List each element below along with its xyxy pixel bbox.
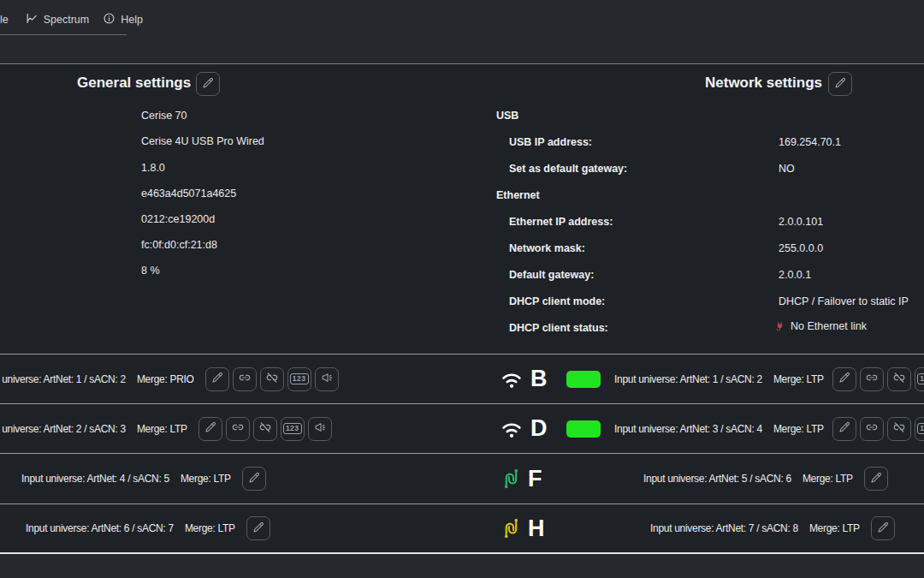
horn-button[interactable] [315, 367, 339, 391]
setting-label: USB IP address: [509, 136, 592, 148]
universe-row-f: Input universe: ArtNet: 4 / sACN: 5 Merg… [0, 453, 924, 504]
network-settings-title: Network settings [705, 74, 822, 92]
universe-left-cell: Input universe: ArtNet: 1 / sACN: 2 Merg… [0, 367, 339, 391]
edit-universe-button[interactable] [198, 417, 222, 441]
numbers-123-icon: 123 [917, 373, 924, 384]
merge-text: Merge: LTP [181, 473, 231, 485]
universe-button-group: 123 [198, 417, 332, 441]
general-value-percent: 8 % [141, 265, 160, 277]
general-settings-title: General settings [77, 74, 191, 92]
unlink-button[interactable] [260, 367, 284, 391]
link-off-icon [892, 371, 906, 387]
pencil-icon [869, 471, 883, 487]
universe-text: Input universe: ArtNet: 1 / sACN: 2 [614, 373, 762, 385]
setting-label: Ethernet IP address: [509, 216, 613, 228]
setting-label: Default gateway: [509, 269, 594, 281]
universe-row-h: Input universe: ArtNet: 6 / sACN: 7 Merg… [0, 504, 924, 552]
horn-icon [320, 371, 334, 387]
universe-button-group [864, 467, 888, 491]
universe-text: Input universe: ArtNet: 1 / sACN: 2 [0, 373, 126, 385]
pencil-icon [876, 521, 890, 537]
universe-row-b: Input universe: ArtNet: 1 / sACN: 2 Merg… [0, 354, 924, 403]
edit-universe-button[interactable] [242, 467, 266, 491]
universe-button-group: 123 [205, 367, 339, 391]
patch-cable-icon [500, 518, 522, 539]
port-status-cell: F [500, 468, 542, 491]
setting-value: DHCP / Failover to static IP [779, 295, 909, 307]
link-off-icon [258, 420, 272, 437]
edit-universe-button[interactable] [871, 516, 895, 540]
menu-item-label: Help [121, 14, 143, 26]
menu-underline [0, 34, 127, 35]
setting-value: 169.254.70.1 [779, 136, 841, 148]
menu-item-partial[interactable]: le [0, 14, 9, 26]
top-bar: le Spectrum Help [0, 0, 924, 64]
pencil-icon [252, 521, 265, 537]
port-letter: D [530, 417, 548, 440]
link-button[interactable] [233, 367, 257, 391]
numbers-button[interactable]: 123 [281, 417, 305, 441]
edit-universe-button[interactable] [246, 516, 270, 540]
pencil-icon [201, 76, 215, 92]
universe-left-cell: Input universe: ArtNet: 2 / sACN: 3 Merg… [0, 417, 332, 441]
setting-label: Network mask: [509, 242, 585, 254]
general-value-mac-address: fc:0f:d0:cf:21:d8 [141, 239, 217, 251]
numbers-button[interactable]: 123 [287, 367, 311, 391]
menu-item-label: le [0, 14, 9, 26]
port-letter: F [528, 468, 542, 491]
universe-row-d: Input universe: ArtNet: 2 / sACN: 3 Merg… [0, 403, 924, 453]
pencil-icon [838, 371, 851, 387]
universe-text: Input universe: ArtNet: 7 / sACN: 8 [650, 522, 798, 534]
pencil-icon [838, 420, 851, 437]
universe-right-cell: Input universe: ArtNet: 5 / sACN: 6 Merg… [643, 467, 888, 491]
menu-item-help[interactable]: Help [103, 12, 143, 27]
edit-network-settings-button[interactable] [828, 72, 852, 96]
numbers-123-icon: 123 [290, 373, 309, 384]
unlink-button[interactable] [887, 367, 911, 391]
menu-item-label: Spectrum [44, 14, 90, 26]
numbers-123-icon: 123 [283, 423, 302, 434]
top-menu: le Spectrum Help [0, 10, 143, 29]
edit-universe-button[interactable] [205, 367, 229, 391]
general-value-serial: e463a4d5071a4625 [141, 188, 236, 200]
setting-label: DHCP client mode: [509, 295, 605, 307]
unlink-button[interactable] [887, 417, 911, 441]
link-button[interactable] [860, 417, 884, 441]
setting-value: 2.0.0.101 [779, 216, 823, 228]
horn-button[interactable] [308, 417, 332, 441]
signal-indicator [566, 420, 601, 438]
edit-general-settings-button[interactable] [196, 72, 220, 96]
merge-text: Merge: LTP [137, 423, 187, 435]
menu-item-spectrum[interactable]: Spectrum [26, 12, 90, 27]
link-button[interactable] [860, 367, 884, 391]
patch-cable-icon [500, 468, 522, 490]
pencil-icon [210, 371, 224, 387]
link-icon [231, 420, 245, 437]
general-value-id: 0212:ce19200d [141, 213, 215, 225]
footer-bar [0, 554, 924, 578]
universe-text: Input universe: ArtNet: 3 / sACN: 4 [614, 423, 762, 435]
general-value-device-name: Cerise 70 [141, 110, 187, 122]
horn-icon [313, 420, 327, 437]
merge-text: Merge: LTP [809, 522, 860, 534]
group-header-ethernet: Ethernet [496, 189, 540, 201]
merge-text: Merge: LTP [773, 373, 824, 385]
numbers-button[interactable]: 123 [915, 367, 924, 391]
link-button[interactable] [226, 417, 250, 441]
edit-universe-button[interactable] [832, 367, 856, 391]
link-icon [238, 371, 252, 387]
info-icon [103, 12, 116, 27]
universe-right-cell: Input universe: ArtNet: 1 / sACN: 2 Merg… [614, 373, 824, 385]
pencil-icon [833, 76, 847, 92]
universe-button-group: 123 [832, 367, 924, 391]
edit-universe-button[interactable] [832, 417, 856, 441]
setting-label: Set as default gateway: [509, 163, 627, 175]
link-icon [865, 371, 879, 387]
port-letter: H [528, 517, 545, 540]
edit-universe-button[interactable] [864, 467, 888, 491]
link-off-icon [265, 371, 279, 387]
universe-button-group [242, 467, 266, 491]
setting-label: DHCP client status: [509, 322, 608, 334]
unlink-button[interactable] [253, 417, 277, 441]
numbers-button[interactable]: 123 [915, 417, 924, 441]
